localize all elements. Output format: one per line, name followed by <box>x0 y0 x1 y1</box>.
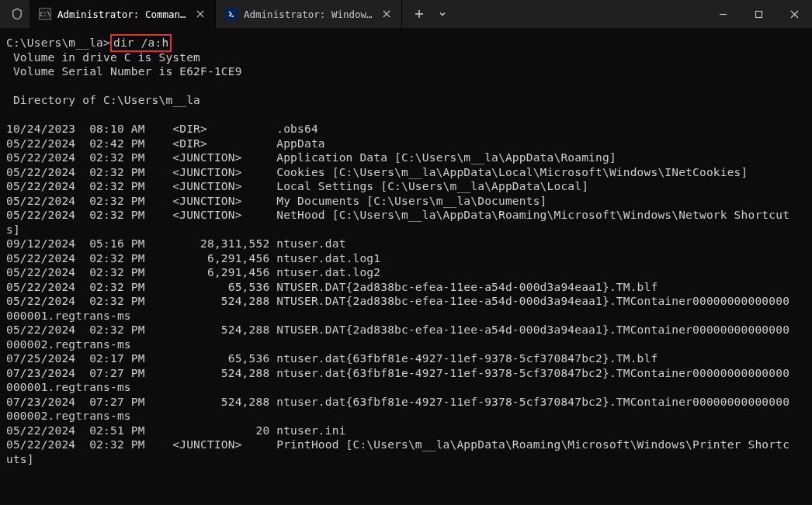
powershell-icon <box>225 8 238 20</box>
new-tab-button[interactable] <box>407 3 432 25</box>
minimize-button[interactable] <box>705 0 741 28</box>
maximize-button[interactable] <box>741 0 776 28</box>
window-controls <box>705 0 812 28</box>
cmd-icon: c:\ <box>39 8 51 20</box>
close-icon[interactable] <box>380 7 394 21</box>
tab-label: Administrator: Windows Power <box>244 9 373 20</box>
shield-icon <box>0 0 29 28</box>
tab-command-prompt[interactable]: c:\ Administrator: Command Pro <box>29 0 216 28</box>
tab-label: Administrator: Command Pro <box>57 9 187 20</box>
close-icon[interactable] <box>193 7 207 21</box>
titlebar-drag-area[interactable] <box>453 0 705 28</box>
tab-dropdown-button[interactable] <box>432 3 453 25</box>
prompt-path: C:\Users\m__la> <box>6 36 110 49</box>
close-button[interactable] <box>776 0 812 28</box>
svg-rect-0 <box>755 11 762 17</box>
tab-powershell[interactable]: Administrator: Windows Power <box>216 0 402 28</box>
terminal-output[interactable]: C:\Users\m__la>dir /a:h Volume in drive … <box>0 28 812 474</box>
highlighted-command: dir /a:h <box>110 34 172 52</box>
titlebar: c:\ Administrator: Command Pro Administr… <box>0 0 812 28</box>
dir-listing: Volume in drive C is System Volume Seria… <box>6 51 789 465</box>
